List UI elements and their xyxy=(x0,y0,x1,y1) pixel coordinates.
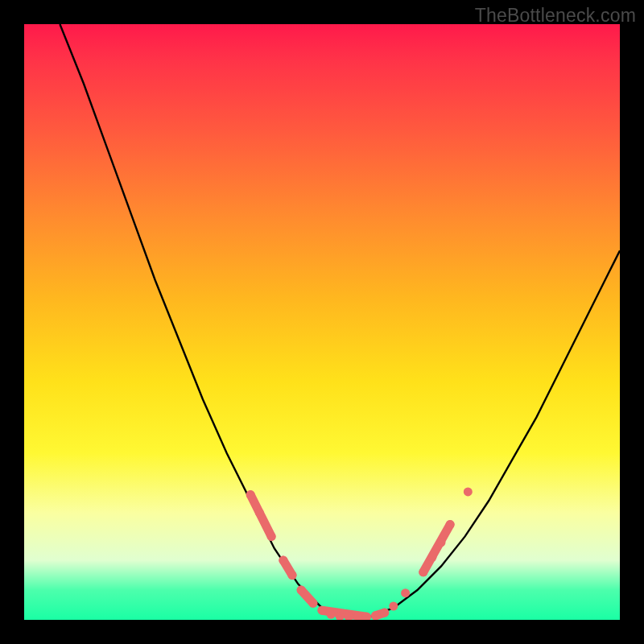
marker-segment xyxy=(423,525,450,572)
marker-dot xyxy=(371,611,380,620)
marker-dot xyxy=(464,487,473,496)
marker-dot xyxy=(288,571,297,580)
watermark-text: TheBottleneck.com xyxy=(475,5,636,27)
marker-dot xyxy=(255,508,264,517)
marker-dot xyxy=(308,599,317,608)
marker-dot xyxy=(380,609,389,617)
chart-svg xyxy=(24,24,620,620)
marker-dot xyxy=(437,538,446,547)
marker-dot xyxy=(389,602,398,611)
marker-dot xyxy=(318,606,327,615)
marker-dot xyxy=(246,490,255,499)
marker-dot xyxy=(419,568,427,576)
marker-dot xyxy=(427,553,436,562)
marker-dot xyxy=(401,588,410,597)
marker-dot xyxy=(267,532,276,541)
marker-dot xyxy=(446,520,455,529)
marker-dot xyxy=(327,610,336,619)
curve-right xyxy=(346,250,620,617)
chart-area xyxy=(24,24,620,620)
curve-left xyxy=(60,24,345,617)
marker-dot xyxy=(279,556,287,565)
marker-dot xyxy=(297,586,306,595)
